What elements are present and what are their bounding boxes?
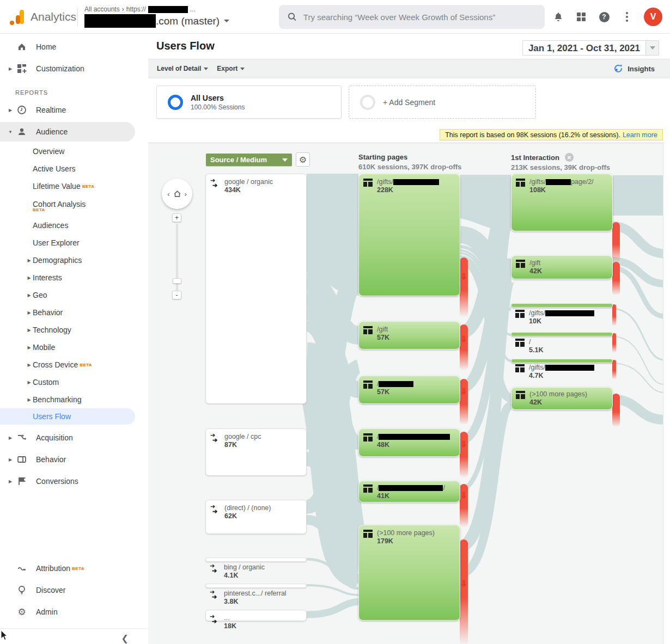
insights-button[interactable]: Insights xyxy=(613,63,655,74)
sidebar-item-mobile[interactable]: ▶Mobile xyxy=(0,339,148,356)
notifications-button[interactable] xyxy=(552,11,564,23)
dropoff-arrow-icon: ⇩ xyxy=(460,490,468,500)
home-icon[interactable] xyxy=(173,189,182,198)
search-input[interactable] xyxy=(303,13,536,22)
sidebar-collapse-button[interactable]: ❮ xyxy=(0,628,148,644)
sidebar-item-geo[interactable]: ▶Geo xyxy=(0,286,148,304)
sidebar-item-custom[interactable]: ▶Custom xyxy=(0,373,148,391)
sidebar-item-audiences[interactable]: Audiences xyxy=(0,217,148,234)
date-range-picker[interactable]: Jan 1, 2021 - Oct 31, 2021 xyxy=(522,40,659,56)
audience-icon xyxy=(16,126,27,137)
beta-badge: BETA xyxy=(82,184,95,189)
expand-icon: ▶ xyxy=(7,457,14,462)
help-button[interactable]: ? xyxy=(598,11,610,23)
search-bar[interactable] xyxy=(279,5,545,29)
export-button[interactable]: Export xyxy=(217,65,245,72)
beta-badge: BETA xyxy=(72,566,84,571)
learn-more-link[interactable]: Learn more xyxy=(623,131,657,139)
breadcrumb-all-accounts[interactable]: All accounts xyxy=(84,5,120,13)
interaction-node-gifts-47[interactable] xyxy=(511,359,613,363)
sidebar-item-lifetime-value[interactable]: Lifetime ValueBETA xyxy=(0,177,148,195)
users-flow-page: Analytics All accounts › https:// ... .c… xyxy=(0,0,670,644)
interaction-label-gifts-10k[interactable]: /gifts/ 10K xyxy=(511,309,613,325)
interaction-node-root[interactable] xyxy=(511,332,613,336)
interaction-label-gifts-47[interactable]: /gifts/ 4.7K xyxy=(511,364,613,379)
sidebar-item-audience[interactable]: ▼ Audience xyxy=(0,122,135,142)
interaction-node-gifts-page2[interactable]: /gifts/page/2/ 108K xyxy=(511,174,613,231)
account-breadcrumb[interactable]: All accounts › https:// ... .com (master… xyxy=(84,5,229,28)
page-node-gift[interactable]: /gift 57K xyxy=(358,321,460,349)
dropoff-band xyxy=(612,304,616,326)
source-label-more[interactable]: ➔➔ ... 18K xyxy=(205,614,307,630)
sidebar-item-benchmarking[interactable]: ▶Benchmarking xyxy=(0,391,148,408)
sidebar-item-interests[interactable]: ▶Interests xyxy=(0,269,148,286)
zoom-in-button[interactable]: + xyxy=(172,213,181,222)
sidebar-item-users-flow[interactable]: Users Flow xyxy=(0,408,135,425)
source-node-bing-organic[interactable] xyxy=(205,557,307,562)
property-selector[interactable]: .com (master) xyxy=(84,14,229,28)
source-label-bing-organic[interactable]: ➔➔ bing / organic 4.1K xyxy=(205,563,307,579)
dropoff-band: ⇩ xyxy=(460,484,468,528)
sidebar-item-technology[interactable]: ▶Technology xyxy=(0,321,148,339)
redacted-path xyxy=(546,179,571,185)
sidebar-item-user-explorer[interactable]: User Explorer xyxy=(0,234,148,252)
sidebar-item-customization[interactable]: ▶ Customization xyxy=(0,58,148,79)
sidebar-item-conversions[interactable]: ▶ Conversions xyxy=(0,470,148,492)
interaction-label-root[interactable]: / 5.1K xyxy=(511,338,613,354)
close-icon[interactable]: ✕ xyxy=(565,153,574,162)
dimension-dropdown[interactable]: Source / Medium xyxy=(206,154,292,166)
sidebar-item-cross-device[interactable]: ▶Cross DeviceBETA xyxy=(0,356,148,373)
sidebar-item-cohort-analysis[interactable]: Cohort AnalysisBETA xyxy=(0,195,148,217)
source-label-pinterest-referral[interactable]: ➔➔ pinterest.c.../ referral 3.8K xyxy=(205,590,307,605)
sidebar-item-admin[interactable]: ⚙ Admin xyxy=(0,601,148,623)
bell-icon xyxy=(553,11,564,22)
sidebar-item-behavior[interactable]: ▶ Behavior xyxy=(0,449,148,470)
more-options-button[interactable] xyxy=(621,11,633,23)
chevron-right-icon[interactable]: › xyxy=(185,190,187,198)
source-node-google-organic[interactable]: ➔➔ google / organic 434K xyxy=(205,174,307,404)
sidebar-item-acquisition[interactable]: ▶ Acquisition xyxy=(0,427,148,449)
zoom-out-button[interactable]: - xyxy=(172,291,181,299)
dropoff-band xyxy=(612,222,620,263)
expand-icon: ▶ xyxy=(7,479,14,484)
segment-ring-icon xyxy=(360,95,375,110)
flow-settings-button[interactable]: ⚙ xyxy=(296,152,310,167)
chevron-left-icon[interactable]: ‹ xyxy=(167,190,169,198)
expand-icon: ▶ xyxy=(26,293,33,298)
source-node-google-cpc[interactable]: ➔➔ google / cpc 87K xyxy=(205,428,307,476)
product-name: Analytics xyxy=(31,10,76,23)
page-node-gifts[interactable]: /gifts/ 228K xyxy=(358,174,460,296)
sidebar-item-behavior-sub[interactable]: ▶Behavior xyxy=(0,304,148,321)
interaction-node-gift[interactable]: /gift 42K xyxy=(511,255,613,279)
zoom-slider-handle[interactable] xyxy=(173,278,181,284)
sidebar-item-realtime[interactable]: ▶ Realtime xyxy=(0,99,148,121)
customization-icon xyxy=(16,63,27,74)
sidebar-item-active-users[interactable]: Active Users xyxy=(0,160,148,177)
add-segment-button[interactable]: + Add Segment xyxy=(349,85,536,119)
dropoff-band xyxy=(612,333,616,353)
sidebar-item-home[interactable]: Home xyxy=(0,36,148,58)
page-node-redacted-41k[interactable]: // 41K xyxy=(358,481,460,502)
expand-icon: ▶ xyxy=(26,363,33,367)
analytics-logo[interactable]: Analytics xyxy=(0,9,76,25)
page-node-redacted-57k[interactable]: / 57K xyxy=(358,376,460,404)
page-node-more-pages[interactable]: (>100 more pages) 179K xyxy=(358,525,460,621)
apps-button[interactable] xyxy=(575,11,587,23)
sidebar-item-demographics[interactable]: ▶Demographics xyxy=(0,252,148,269)
flow-home-control[interactable]: ‹ › xyxy=(162,179,192,209)
expand-icon: ▶ xyxy=(26,345,33,350)
interaction-node-more-pages[interactable]: (>100 more pages) 42K xyxy=(511,387,613,410)
expand-icon: ▶ xyxy=(26,380,33,385)
avatar[interactable]: V xyxy=(644,8,662,26)
segment-all-users[interactable]: All Users 100.00% Sessions xyxy=(156,85,342,119)
level-of-detail-button[interactable]: Level of Detail xyxy=(157,65,208,72)
source-node-direct-none[interactable]: ➔➔ (direct) / (none) 62K xyxy=(205,500,307,534)
interaction-node-gifts-10k[interactable] xyxy=(511,303,613,308)
sidebar-item-discover[interactable]: Discover xyxy=(0,579,148,601)
source-node-pinterest-referral[interactable] xyxy=(205,584,307,588)
sidebar-item-attribution[interactable]: AttributionBETA xyxy=(0,557,148,579)
page-node-redacted-48k[interactable]: / 48K xyxy=(358,428,460,457)
sidebar-item-overview[interactable]: Overview xyxy=(0,143,148,160)
behavior-icon xyxy=(16,454,27,465)
acquisition-icon xyxy=(16,432,27,443)
